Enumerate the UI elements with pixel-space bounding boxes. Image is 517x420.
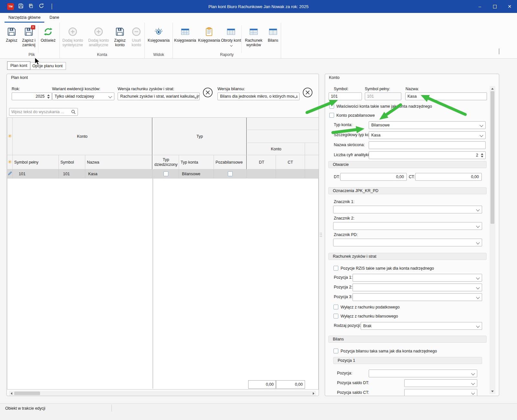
obroty-kont-button[interactable]: Obroty kont [221,24,241,52]
clear-rzis-button[interactable] [203,87,213,98]
nazwa-skrocona-label: Nazwa skrócona: [334,143,365,147]
cell-pozabilansowe[interactable] [214,169,247,178]
horizontal-scrollbar-thumb[interactable] [14,392,40,395]
checkbox-icon[interactable] [164,171,168,176]
ribbon-tab-dane[interactable]: Dane [46,14,63,23]
maximize-button[interactable] [487,0,502,13]
typ-konta-select[interactable]: Bilansowe [369,121,486,129]
wersja-bilansu-select[interactable]: Bilans dla jednostek mikro, o których mo… [217,92,300,100]
wersja-rzis-select[interactable]: Rachunek zysków i strat, wariant kalkula… [118,92,200,100]
scroll-up-icon[interactable] [491,88,494,90]
chevron-down-icon [476,241,480,244]
rachunek-wynikow-button[interactable]: Rachunek wyników [242,24,266,52]
zapisz-konto-button[interactable]: Zapisz konto [111,24,128,52]
tab-opcje-planu-kont[interactable]: Opcje planu kont [29,62,66,70]
wersja-rzis-label: Wersja rachunku zysków i strat: [118,87,174,91]
column-header-typ-konta[interactable]: Typ konta [179,155,214,169]
column-header-symbol[interactable]: Symbol [59,155,85,169]
liczba-cyfr-spinner[interactable] [480,152,484,158]
bilans-saldo-dt-select[interactable] [404,379,477,387]
checkbox-icon[interactable] [228,171,233,176]
horizontal-scrollbar[interactable] [9,391,316,396]
nazwa-skrocona-input[interactable] [369,141,486,149]
refresh-button[interactable] [38,3,45,10]
zapisz-button[interactable]: Zapisz [4,24,19,52]
chevron-down-icon [476,285,480,289]
bilans-saldo-ct-select[interactable] [404,389,477,396]
close-icon: ✕ [508,4,512,9]
cell-typ-dziedziczony[interactable] [153,169,179,178]
pozycja1-select[interactable] [353,274,482,282]
cell-typ-konta[interactable]: Bilansowe [179,169,214,178]
vertical-scrollbar-thumb[interactable] [491,91,494,224]
scroll-right-icon[interactable] [313,392,314,395]
column-header-typ-dziedziczony[interactable]: Typ dziedziczony [153,155,179,169]
save-all-button[interactable] [27,3,35,10]
wariant-ewidencji-select[interactable]: Tylko układ rodzajowy [52,92,114,100]
bilans-pozycja-select[interactable] [369,370,477,377]
bilans-saldo-dt-label: Pozycja saldo DT: [337,381,369,385]
cell-symbol[interactable]: 101 [59,169,85,178]
chk-rzis-same-label: Pozycje RZiS takie same jak dla konta na… [341,266,434,271]
cell-cut[interactable] [305,169,319,178]
raport-ksiegowania-2-button[interactable]: Księgowania [197,24,221,52]
otwarcie-dt-input[interactable] [340,173,407,181]
column-header-dt[interactable]: DT [248,155,276,169]
cell-ct[interactable] [276,169,305,178]
rodzaj-pozycji-select[interactable]: Brak [361,322,482,330]
chk-wlasciwosci[interactable]: Właściwości konta takie same jak konta n… [329,104,432,109]
pozycja2-select[interactable] [353,284,482,291]
wariant-ewidencji-value: Tylko układ rodzajowy [55,94,94,99]
app-logo-text: TM [8,5,13,8]
collapse-ribbon-button[interactable] [499,48,499,54]
zapisz-i-zamknij-button[interactable]: ✕ Zapisz i zamknij [19,24,38,52]
nazwa-input[interactable] [405,92,487,100]
liczba-cyfr-label: Liczba cyfr analityki: [334,153,370,157]
ribbon-tab-narzedzia-glowne[interactable]: Narzędzia główne [5,14,44,23]
raport-ksiegowania-2-label: Księgowania [198,38,220,43]
rok-spinner[interactable] [46,93,51,100]
znacznik1-select[interactable] [333,206,482,213]
cell-nazwa[interactable]: Kasa [85,169,153,178]
raport-ksiegowania-button[interactable]: Księgowania [173,24,197,52]
customize-quick-access-button[interactable] [48,3,55,10]
scroll-down-icon[interactable] [491,391,494,392]
otwarcie-ct-input[interactable] [415,173,482,181]
znacznik2-select[interactable] [333,222,482,230]
column-header-ct[interactable]: CT [276,155,305,169]
scroll-left-icon[interactable] [11,392,12,395]
liczba-cyfr-input[interactable] [369,151,486,159]
close-button[interactable]: ✕ [502,0,517,13]
vertical-scrollbar[interactable] [490,86,495,394]
panel-splitter-grip[interactable] [320,233,321,233]
bilans-label: Bilans [268,38,279,43]
column-header-symbol-pelny[interactable]: Symbol pełny [13,155,59,169]
tab-plan-kont[interactable]: Plan kont [7,61,30,70]
szczegolowy-typ-select[interactable]: Kasa [369,131,486,139]
cell-symbol-pelny[interactable]: 101 [13,169,59,178]
chevron-down-icon [499,48,499,54]
search-input[interactable] [9,108,78,116]
chk-bilans-same[interactable]: Pozycja bilansu taka sama jak dla konta … [333,349,437,353]
plan-kont-panel: Plan kont Rok: Wariant ewidencji kosztów… [6,74,319,396]
chk-rzis-same[interactable]: Pozycje RZiS takie same jak dla konta na… [333,266,434,271]
znacznik-pd-select[interactable] [333,239,482,246]
chk-wylacz-podatkowy[interactable]: Wyłącz z rachunku podatkowego [333,305,400,309]
grid-customize-cell-2[interactable] [7,155,13,169]
symbol-input[interactable] [329,92,362,100]
clear-bilansu-button[interactable] [302,87,313,98]
widok-ksiegowania-button[interactable]: Księgowania [145,24,173,52]
chk-pozabilansowe[interactable]: Konto pozabilansowe [329,113,375,118]
checkbox-icon [333,305,338,309]
chk-wylacz-bilansowy[interactable]: Wyłącz z rachunku bilansowego [333,314,398,318]
minimize-button[interactable]: – [472,0,487,13]
grid-customize-cell[interactable] [7,118,13,155]
obroty-kont-label: Obroty kont [221,38,241,48]
odswiez-button[interactable]: Odśwież [38,24,58,52]
pozycja3-select[interactable] [353,293,482,301]
column-header-pozabilansowe[interactable]: Pozabilansowe [214,155,247,169]
bilans-button[interactable]: Bilans [266,24,280,52]
cell-dt[interactable] [248,169,276,178]
save-button[interactable] [17,3,24,10]
column-header-nazwa[interactable]: Nazwa [85,155,153,169]
